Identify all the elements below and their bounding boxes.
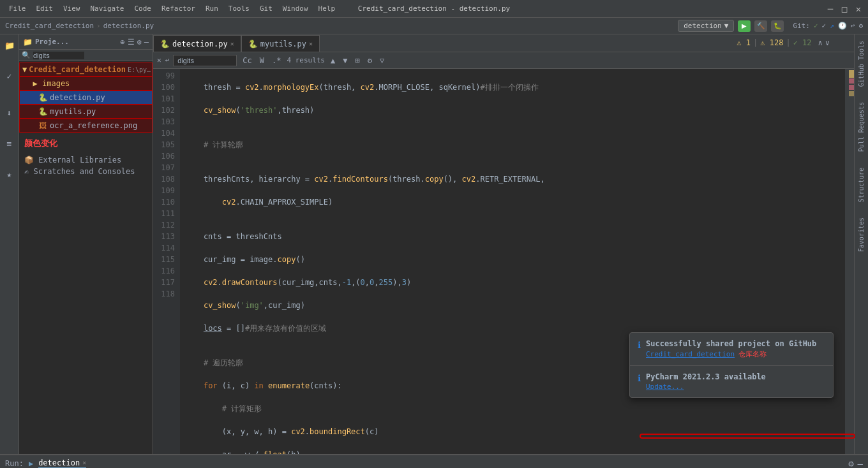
right-sidebar-pull-requests[interactable]: Pull Requests [857,98,866,156]
project-search-input[interactable] [33,52,84,59]
maximize-button[interactable]: □ [840,4,849,13]
notif-github-link[interactable]: Credit_card_detection [646,350,735,358]
prev-result-btn[interactable]: ▲ [329,55,337,66]
tree-root[interactable]: ▼ Credit_card_detection E:\py… [19,62,153,77]
ocr-png-icon: 🖼 [38,121,48,131]
filter-btn[interactable]: ▽ [378,55,386,66]
notif-pycharm: ℹ PyCharm 2021.2.3 available Update... [630,366,833,397]
case-sensitive-btn[interactable]: Cc [241,55,253,66]
minimize-button[interactable]: ─ [826,4,835,13]
sidebar-icon-structure[interactable]: ≡ [1,135,18,152]
sidebar-icon-project[interactable]: 📁 [1,37,18,54]
notif-pycharm-content: PyCharm 2021.2.3 available Update... [646,372,825,391]
close-search-icon[interactable]: ✕ [157,56,161,64]
sidebar-icon-commit[interactable]: ✓ [1,68,18,84]
menu-run[interactable]: Run [202,3,222,14]
right-sidebar: GitHub Tools Pull Requests Structure Fav… [854,34,868,454]
breadcrumb-project[interactable]: Credit_card_detection [5,22,94,30]
find-all-btn[interactable]: ⊞ [353,55,361,66]
tab-myutils-py-close[interactable]: ✕ [309,40,313,47]
menu-navigate[interactable]: Navigate [87,3,128,14]
right-sidebar-structure[interactable]: Structure [857,164,866,206]
replace-icon[interactable]: ↩ [165,56,170,64]
sidebar-icon-favorites[interactable]: ★ [1,166,18,182]
next-result-btn[interactable]: ▼ [341,55,349,66]
detection-py-icon: 🐍 [38,92,48,103]
run-settings-icon[interactable]: ⚙ [848,458,853,469]
menu-git[interactable]: Git [256,3,276,14]
tab-bar: 🐍 detection.py ✕ 🐍 myutils.py ✕ ⚠ 1 | ⚠ … [153,34,854,52]
tree-scratches[interactable]: ✍ Scratches and Consoles [19,166,153,177]
run-close-icon[interactable]: — [858,458,863,469]
whole-word-btn[interactable]: W [258,55,266,66]
menu-view[interactable]: View [59,3,84,14]
tab-detection-py-label: detection.py [172,40,228,48]
bottom-panel: Run: ▶ detection ✕ ⚙ — ▶ ▲ ▼ ⏹ ▽ ↔ 📌 (10… [0,454,868,468]
search-options-btn[interactable]: ⚙ [366,55,374,66]
notif-github-title: Successfully shared project on GitHub [646,339,825,348]
notif-pycharm-link[interactable]: Update... [646,383,684,391]
tree-root-label: Credit_card_detection [29,65,126,74]
run-tab-detection[interactable]: detection ✕ [38,458,86,469]
menu-file[interactable]: File [5,3,30,14]
tree-ocr-png[interactable]: 🖼 ocr_a_reference.png [19,119,153,133]
menu-bar: File Edit View Navigate Code Refactor Ru… [5,3,339,14]
tab-myutils-py[interactable]: 🐍 myutils.py ✕ [241,35,320,52]
warning-count: ⚠ 1 [737,38,751,47]
tab-detection-py-close[interactable]: ✕ [230,40,234,47]
panel-icon-settings[interactable]: ☰ [128,38,135,47]
sidebar-icon-pullrequests[interactable]: ⬇ [1,105,18,121]
notif-info-icon-2: ℹ [638,373,641,383]
file-tree: ▼ Credit_card_detection E:\py… ▶ images … [19,61,153,454]
line-numbers: 99 100 101 102 103 104 105 106 107 108 1… [153,69,180,454]
tab-detection-py[interactable]: 🐍 detection.py ✕ [153,35,241,52]
myutils-py-icon: 🐍 [38,106,48,117]
menu-window[interactable]: Window [279,3,312,14]
tree-ocr-png-label: ocr_a_reference.png [50,121,137,130]
breadcrumb-file[interactable]: detection.py [103,22,154,30]
tree-detection-py[interactable]: 🐍 detection.py [19,91,153,105]
notification-popup: ℹ Successfully shared project on GitHub … [629,332,834,398]
run-tab-close-icon[interactable]: ✕ [82,459,86,466]
debug-button[interactable]: 🐛 [771,20,784,32]
panel-action-icons: ⊕ ☰ ⚙ — [120,38,149,47]
title-bar: File Edit View Navigate Code Refactor Ru… [0,0,868,18]
tree-myutils-py[interactable]: 🐍 myutils.py [19,105,153,119]
menu-code[interactable]: Code [130,3,155,14]
right-sidebar-favorites[interactable]: Favorites [857,214,866,256]
run-config-dropdown[interactable]: detection ▼ [678,20,734,32]
search-results: 4 results [287,56,325,64]
project-panel-title: Proje... [35,38,69,46]
project-panel: 📁 Proje... ⊕ ☰ ⚙ — 🔍 ▼ Credit_card_detec… [19,34,153,454]
run-panel-header: Run: ▶ detection ✕ ⚙ — [0,455,868,468]
tree-images-label: images [42,79,70,88]
close-button[interactable]: ✕ [854,4,863,13]
menu-refactor[interactable]: Refactor [158,3,199,14]
window-controls: ─ □ ✕ [826,4,863,13]
expand-editor-btn[interactable]: ∨ [824,37,831,48]
ok-count: ✓ 12 [793,38,812,47]
notif-github: ℹ Successfully shared project on GitHub … [630,333,833,366]
collapse-editor-btn[interactable]: ∧ [817,37,824,48]
tree-root-path: E:\py… [128,66,151,73]
panel-icon-collapse[interactable]: — [144,38,149,47]
tree-external-libs[interactable]: 📦 External Libraries [19,154,153,166]
project-panel-header: 📁 Proje... ⊕ ☰ ⚙ — [19,34,153,50]
tree-images-folder[interactable]: ▶ images [19,77,153,91]
scratches-icon: ✍ [24,167,29,176]
window-title: Credit_card_detection - detection.py [358,4,510,13]
build-button[interactable]: 🔨 [754,20,767,32]
regex-btn[interactable]: .* [270,55,283,66]
right-sidebar-github-tools[interactable]: GitHub Tools [857,37,866,91]
menu-tools[interactable]: Tools [225,3,253,14]
panel-icon-sync[interactable]: ⊕ [120,38,124,47]
panel-icon-layout[interactable]: ⚙ [137,38,142,47]
run-panel-right-controls: ⚙ — [848,458,863,469]
left-sidebar-icons: 📁 ✓ ⬇ ≡ ★ [0,34,19,454]
notif-info-icon-1: ℹ [638,340,641,350]
run-button[interactable]: ▶ [738,20,751,32]
menu-help[interactable]: Help [315,3,340,14]
search-input[interactable] [173,55,237,66]
editor-gutter [845,69,854,454]
menu-edit[interactable]: Edit [33,3,57,14]
